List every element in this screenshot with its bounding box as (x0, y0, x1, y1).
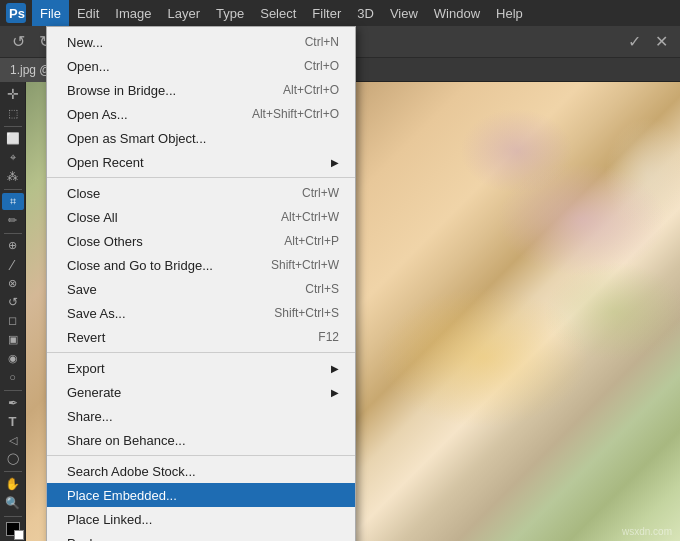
menu-item-save[interactable]: Save Ctrl+S (47, 277, 355, 301)
svg-text:Ps: Ps (9, 6, 25, 21)
watermark: wsxdn.com (622, 526, 672, 537)
tool-clone[interactable]: ⊗ (2, 275, 24, 292)
menu-item-browse[interactable]: Browse in Bridge... Alt+Ctrl+O (47, 78, 355, 102)
tool-zoom[interactable]: 🔍 (2, 495, 24, 512)
menu-item-open-recent[interactable]: Open Recent ▶ (47, 150, 355, 174)
menu-item-open-as[interactable]: Open As... Alt+Shift+Ctrl+O (47, 102, 355, 126)
menu-item-share[interactable]: Share... (47, 404, 355, 428)
menu-image[interactable]: Image (107, 0, 159, 26)
menu-item-export[interactable]: Export ▶ (47, 356, 355, 380)
menu-item-smart-object[interactable]: Open as Smart Object... (47, 126, 355, 150)
menu-file[interactable]: File (32, 0, 69, 26)
cancel-icon[interactable]: ✕ (651, 30, 672, 53)
menu-item-close-bridge[interactable]: Close and Go to Bridge... Shift+Ctrl+W (47, 253, 355, 277)
file-dropdown-menu: New... Ctrl+N Open... Ctrl+O Browse in B… (46, 26, 356, 541)
menu-window[interactable]: Window (426, 0, 488, 26)
tool-move[interactable]: ✛ (2, 86, 24, 103)
menu-layer[interactable]: Layer (160, 0, 209, 26)
tool-dodge[interactable]: ○ (2, 369, 24, 386)
tool-history[interactable]: ↺ (2, 294, 24, 311)
menu-help[interactable]: Help (488, 0, 531, 26)
menu-item-close[interactable]: Close Ctrl+W (47, 181, 355, 205)
tool-hand[interactable]: ✋ (2, 476, 24, 493)
left-toolbar: ✛ ⬚ ⬜ ⌖ ⁂ ⌗ ✏ ⊕ ∕ ⊗ ↺ ◻ ▣ ◉ ○ ✒ T ◁ ◯ ✋ … (0, 82, 26, 541)
menu-type[interactable]: Type (208, 0, 252, 26)
toolbar-divider-6 (4, 516, 22, 517)
tool-brush[interactable]: ∕ (2, 256, 24, 273)
menu-3d[interactable]: 3D (349, 0, 382, 26)
tool-crop[interactable]: ⌗ (2, 193, 24, 210)
foreground-color[interactable] (2, 520, 24, 537)
menu-item-new[interactable]: New... Ctrl+N (47, 30, 355, 54)
tool-shape[interactable]: ◯ (2, 451, 24, 468)
tool-artboard[interactable]: ⬚ (2, 105, 24, 122)
menu-item-close-all[interactable]: Close All Alt+Ctrl+W (47, 205, 355, 229)
menu-item-save-as[interactable]: Save As... Shift+Ctrl+S (47, 301, 355, 325)
toolbar-divider-4 (4, 390, 22, 391)
tool-gradient[interactable]: ▣ (2, 331, 24, 348)
menu-group-2: Close Ctrl+W Close All Alt+Ctrl+W Close … (47, 177, 355, 352)
menu-bar: Ps File Edit Image Layer Type Select Fil… (0, 0, 680, 26)
menu-edit[interactable]: Edit (69, 0, 107, 26)
tool-blur[interactable]: ◉ (2, 350, 24, 367)
tool-healing[interactable]: ⊕ (2, 238, 24, 255)
menu-item-place-linked[interactable]: Place Linked... (47, 507, 355, 531)
menu-group-3: Export ▶ Generate ▶ Share... Share on Be… (47, 352, 355, 455)
menu-item-revert[interactable]: Revert F12 (47, 325, 355, 349)
tool-marquee[interactable]: ⬜ (2, 130, 24, 147)
menu-item-share-behance[interactable]: Share on Behance... (47, 428, 355, 452)
menu-item-search-stock[interactable]: Search Adobe Stock... (47, 459, 355, 483)
menu-item-close-others[interactable]: Close Others Alt+Ctrl+P (47, 229, 355, 253)
toolbar-divider-5 (4, 471, 22, 472)
rotate-left-icon[interactable]: ↺ (8, 30, 29, 53)
menu-item-place-embedded[interactable]: Place Embedded... (47, 483, 355, 507)
menu-group-1: New... Ctrl+N Open... Ctrl+O Browse in B… (47, 27, 355, 177)
tool-text[interactable]: T (2, 413, 24, 430)
menu-group-4: Search Adobe Stock... Place Embedded... … (47, 455, 355, 541)
toolbar-divider-1 (4, 126, 22, 127)
app-logo: Ps (4, 1, 28, 25)
menu-item-open[interactable]: Open... Ctrl+O (47, 54, 355, 78)
menu-item-generate[interactable]: Generate ▶ (47, 380, 355, 404)
tool-pen[interactable]: ✒ (2, 394, 24, 411)
tool-eraser[interactable]: ◻ (2, 313, 24, 330)
tool-lasso[interactable]: ⌖ (2, 149, 24, 166)
menu-view[interactable]: View (382, 0, 426, 26)
tool-path[interactable]: ◁ (2, 432, 24, 449)
toolbar-divider-2 (4, 189, 22, 190)
menu-filter[interactable]: Filter (304, 0, 349, 26)
tool-eyedropper[interactable]: ✏ (2, 212, 24, 229)
menu-item-package[interactable]: Package... (47, 531, 355, 541)
toolbar-divider-3 (4, 233, 22, 234)
tool-quick-select[interactable]: ⁂ (2, 168, 24, 185)
confirm-icon[interactable]: ✓ (624, 30, 645, 53)
menu-select[interactable]: Select (252, 0, 304, 26)
